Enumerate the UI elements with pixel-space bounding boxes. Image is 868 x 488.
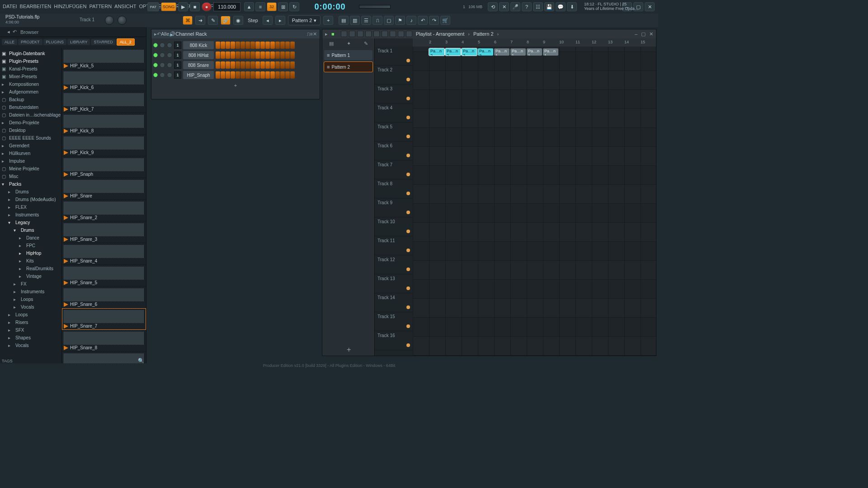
snap-mode-label[interactable]: Step	[248, 18, 258, 23]
step-cell[interactable]	[280, 42, 285, 49]
channel-name-button[interactable]: 808 HiHat	[183, 51, 214, 59]
pl-breadcrumb[interactable]: Pattern 2	[473, 31, 494, 37]
picker-view3-icon[interactable]: ✎	[364, 41, 368, 46]
sample-item[interactable]: HIP_Snare_3	[62, 221, 146, 243]
channel-vol-knob[interactable]	[167, 72, 172, 78]
step-cell[interactable]	[285, 52, 290, 59]
tree-item[interactable]: ▸Dance	[0, 234, 61, 242]
tree-item[interactable]: ▸Demo-Projekte	[0, 119, 61, 127]
browser-tab[interactable]: PLUGINS	[43, 39, 67, 45]
step-cell[interactable]	[236, 42, 240, 49]
tree-item[interactable]: ▸Instruments	[0, 288, 61, 296]
step-cell[interactable]	[260, 71, 265, 79]
step-cell[interactable]	[241, 52, 245, 59]
collapse-icon[interactable]: ◂	[7, 29, 10, 34]
step-cell[interactable]	[216, 61, 220, 69]
step-cell[interactable]	[245, 61, 250, 69]
tree-item[interactable]: ▸Impulse	[0, 157, 61, 165]
master-pitch-knob[interactable]	[105, 16, 114, 25]
clip-pattern2[interactable]: Pa…n 2	[462, 48, 477, 56]
tree-item[interactable]: ▸FLEX	[0, 203, 61, 211]
channel-route[interactable]: 1	[174, 42, 181, 49]
midi-button[interactable]: 🎤	[510, 2, 520, 11]
browser-tab[interactable]: ALLE	[2, 39, 17, 45]
tree-item[interactable]: ▸Vocals	[0, 303, 61, 311]
channel-pan-knob[interactable]	[160, 72, 165, 78]
channel-name-button[interactable]: 808 Snare	[183, 61, 214, 69]
track-header[interactable]: Track 6	[375, 141, 413, 160]
step-cell[interactable]	[221, 42, 225, 49]
clip-pattern2[interactable]: Pa…n 2	[445, 48, 461, 56]
metronome-button[interactable]: ▲	[244, 2, 254, 11]
rack-close-icon[interactable]: ✕	[313, 32, 317, 37]
wait-input-button[interactable]: ≡	[255, 2, 265, 11]
overdub-button[interactable]: ⊞	[278, 2, 288, 11]
tool-draw[interactable]	[341, 31, 347, 37]
pattern-add[interactable]: +	[323, 16, 333, 25]
tree-item[interactable]: ▸Drums (ModeAudio)	[0, 196, 61, 203]
tree-item[interactable]: ▢Desktop	[0, 127, 61, 134]
sample-item[interactable]: HIP_Snare_2	[62, 200, 146, 221]
step-cell[interactable]	[260, 61, 265, 69]
news-button[interactable]: ☷	[533, 2, 543, 11]
track-mute-led[interactable]	[406, 154, 410, 157]
channel-route[interactable]: 1	[174, 61, 181, 69]
step-cell[interactable]	[226, 52, 230, 59]
step-cell[interactable]	[216, 52, 220, 59]
stop-button[interactable]: ■	[190, 2, 200, 11]
song-mode-button[interactable]: SONG	[161, 2, 176, 11]
download-button[interactable]: ⬇	[567, 2, 577, 11]
channel-vol-knob[interactable]	[167, 42, 172, 48]
link-button[interactable]: 🔗	[221, 16, 231, 25]
tool-slice[interactable]	[382, 31, 388, 37]
tool-playback[interactable]	[406, 31, 412, 37]
step-cell[interactable]	[290, 61, 295, 69]
rack-graph-icon[interactable]: ⎍	[307, 32, 310, 37]
step-cell[interactable]	[255, 61, 260, 69]
tree-item[interactable]: ▢Meine Projekte	[0, 165, 61, 173]
view-mixer-button[interactable]: ⎍	[373, 16, 382, 25]
step-cell[interactable]	[236, 61, 240, 69]
tree-item[interactable]: ▸FX	[0, 280, 61, 288]
tree-item[interactable]: ▸Kits	[0, 257, 61, 265]
rack-speaker-icon[interactable]: 🔊	[169, 32, 175, 37]
sample-item[interactable]: HIP_Snare_6	[62, 286, 146, 308]
track-mute-led[interactable]	[406, 324, 410, 328]
track-mute-led[interactable]	[406, 78, 410, 81]
track-mute-led[interactable]	[406, 249, 410, 252]
track-header[interactable]: Track 11	[375, 236, 413, 255]
tree-item[interactable]: ▾Packs	[0, 180, 61, 188]
sample-item[interactable]: HIP_Snare_8	[62, 330, 146, 352]
step-cell[interactable]	[285, 71, 290, 79]
tree-item[interactable]: ▸Vocals	[0, 342, 61, 349]
step-cell[interactable]	[226, 71, 230, 79]
tool-zoom[interactable]	[398, 31, 404, 37]
clip-pattern2[interactable]: Pa…n 2	[478, 48, 493, 56]
pl-magnet-icon[interactable]: ■	[331, 32, 335, 37]
step-cell[interactable]	[270, 52, 275, 59]
tree-item[interactable]: ▸Aufgenommen	[0, 88, 61, 96]
clip-pattern1[interactable]: Pa…n 1	[510, 48, 526, 56]
sample-item[interactable]: HIP_Kick_5	[62, 48, 146, 70]
tree-item[interactable]: ▸Vintage	[0, 272, 61, 280]
view-pianoroll-button[interactable]: ▥	[350, 16, 360, 25]
track-mute-led[interactable]	[406, 286, 410, 290]
menu-ansicht[interactable]: ANSICHT	[114, 4, 136, 9]
menu-bearbeiten[interactable]: BEARBEITEN	[20, 4, 52, 9]
view-browser-button[interactable]: ▢	[384, 16, 394, 25]
step-cell[interactable]	[265, 52, 270, 59]
step-cell[interactable]	[250, 42, 255, 49]
step-cell[interactable]	[231, 42, 235, 49]
track-header[interactable]: Track 13	[375, 274, 413, 293]
sample-item[interactable]: HIP_Kick_9	[62, 135, 146, 156]
track-header[interactable]: Track 16	[375, 331, 413, 350]
rack-filter[interactable]: Alle	[161, 31, 169, 37]
channel-name-button[interactable]: HIP_Snaph	[183, 71, 214, 79]
play-button[interactable]: ▶	[178, 2, 188, 11]
sample-item[interactable]: HIP_Snare_4	[62, 243, 146, 265]
sample-item[interactable]: HIP_Snare_9	[62, 352, 146, 363]
sample-item[interactable]: HIP_Kick_8	[62, 113, 146, 135]
step-cell[interactable]	[255, 42, 260, 49]
tree-item[interactable]: ▢Benutzerdaten	[0, 103, 61, 111]
step-cell[interactable]	[236, 52, 240, 59]
